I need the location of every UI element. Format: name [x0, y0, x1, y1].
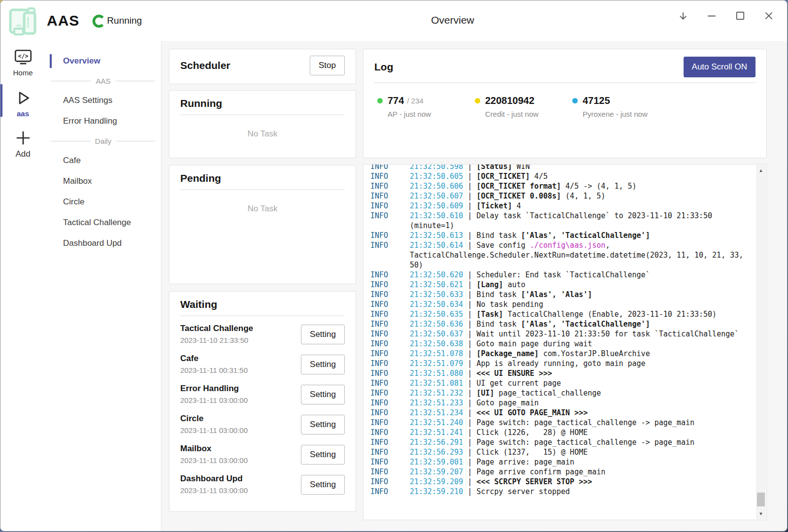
log-text-segment: TacticalChallenge (Enable, 2023-11-10 21…	[503, 310, 717, 319]
minimize-button[interactable]	[706, 10, 717, 21]
sidebar-section-aas: AAS	[45, 71, 161, 90]
log-level: INFO	[370, 447, 410, 457]
log-entry: INFO21:32:59.209 | <<< SCRCPY SERVER STO…	[370, 477, 752, 487]
log-level: INFO	[370, 359, 410, 368]
log-separator: |	[463, 349, 476, 358]
log-separator: |	[463, 164, 476, 171]
rail-item-home[interactable]: </> Home	[0, 49, 45, 77]
log-level: INFO	[370, 477, 410, 487]
scroll-down-arrow-icon[interactable]: ▼	[756, 509, 766, 518]
log-level: INFO	[370, 408, 410, 418]
log-message: 21:32:51.241 | Click (1226, 28) @ HOME	[410, 428, 752, 437]
log-message: 21:32:50.638 | Goto main page during wai…	[410, 339, 752, 349]
sidebar-item-tactical-challenge[interactable]: Tactical Challenge	[45, 212, 161, 233]
log-level: INFO	[370, 201, 410, 211]
maximize-button[interactable]	[735, 10, 746, 21]
log-separator: |	[463, 330, 476, 338]
app-name: AAS	[47, 12, 79, 29]
sidebar-item-label: Overview	[63, 56, 100, 66]
sidebar: OverviewAASAAS SettingsError HandlingDai…	[45, 41, 162, 531]
log-level: INFO	[370, 398, 410, 408]
scrollbar-thumb[interactable]	[757, 493, 765, 506]
log-timestamp: 21:32:50.633	[410, 290, 463, 299]
sidebar-item-dashboard-upd[interactable]: Dashboard Upd	[45, 233, 161, 254]
log-timestamp: 21:32:50.636	[410, 320, 463, 329]
rail-active-indicator	[0, 84, 2, 117]
task-name: Circle	[180, 413, 248, 425]
log-message: 21:32:50.610 | Delay task `TacticalChall…	[410, 211, 752, 231]
log-text-segment: 4	[512, 201, 521, 210]
sidebar-item-circle[interactable]: Circle	[45, 192, 161, 212]
auto-scroll-button[interactable]: Auto Scroll ON	[684, 57, 755, 77]
setting-button[interactable]: Setting	[301, 325, 345, 344]
log-message: 21:32:59.001 | Page arrive: page_main	[410, 457, 752, 467]
log-text-segment: WIN	[512, 164, 530, 171]
task-name: Tactical Challenge	[180, 323, 253, 334]
sidebar-item-cafe[interactable]: Cafe	[45, 150, 161, 171]
rail-item-add[interactable]: Add	[0, 129, 45, 159]
close-button[interactable]	[763, 10, 774, 21]
log-entry: INFO21:32:51.233 | Goto page_main	[370, 398, 752, 408]
running-title: Running	[180, 98, 222, 109]
sidebar-item-error-handling[interactable]: Error Handling	[45, 111, 161, 132]
stop-button[interactable]: Stop	[310, 56, 345, 75]
log-message: 21:32:50.621 | [Lang] auto	[410, 280, 752, 290]
divider-line	[51, 81, 91, 81]
log-text-segment: [Status]	[476, 164, 512, 171]
log-text-segment: Bind task	[476, 320, 521, 329]
task-next-run: 2023-11-11 03:00:00	[180, 455, 248, 466]
log-entry: INFO21:32:51.232 | [UI] page_tactical_ch…	[370, 388, 752, 398]
setting-button[interactable]: Setting	[301, 445, 345, 465]
log-timestamp: 21:32:59.210	[410, 487, 463, 496]
log-level: INFO	[370, 309, 410, 319]
rail-item-aas[interactable]: aas	[0, 89, 45, 118]
log-message: 21:32:50.598 | [Status] WIN	[410, 164, 752, 171]
setting-button[interactable]: Setting	[301, 385, 345, 404]
log-message: 21:32:50.614 | Save config ./config\aas.…	[410, 240, 752, 270]
log-timestamp: 21:32:51.080	[410, 369, 463, 378]
setting-button[interactable]: Setting	[301, 475, 345, 495]
log-message: 21:32:51.232 | [UI] page_tactical_challe…	[410, 388, 752, 398]
log-text-segment: Page arrive confirm page_main	[476, 467, 605, 476]
log-separator: |	[463, 320, 476, 329]
log-entry: INFO21:32:59.207 | Page arrive confirm p…	[370, 467, 752, 477]
plus-icon	[14, 129, 33, 147]
sidebar-item-aas-settings[interactable]: AAS Settings	[45, 90, 161, 111]
log-text-segment: [Ticket]	[476, 201, 512, 210]
log-separator: |	[463, 399, 476, 407]
log-timestamp: 21:32:51.232	[410, 389, 463, 398]
task-next-run: 2023-11-11 03:00:00	[180, 485, 248, 497]
log-entry: INFO21:32:50.620 | Scheduler: End task `…	[370, 270, 752, 280]
log-separator: |	[463, 270, 476, 279]
scroll-up-arrow-icon[interactable]: ▲	[756, 166, 766, 175]
sidebar-item-label: Error Handling	[63, 116, 117, 126]
log-text-segment: Scrcpy server stopped	[476, 487, 570, 496]
task-info: Error Handling2023-11-11 03:00:00	[180, 383, 248, 406]
log-separator: |	[463, 487, 476, 496]
log-level: INFO	[370, 164, 410, 171]
sidebar-item-mailbox[interactable]: Mailbox	[45, 171, 161, 192]
setting-button[interactable]: Setting	[301, 415, 345, 434]
arrow-down-button[interactable]	[678, 10, 689, 21]
log-text-segment: <<< UI ENSURE >>>	[476, 369, 552, 378]
log-separator: |	[463, 379, 476, 388]
log-text-segment: Click (1237, 15) @ HOME	[476, 448, 588, 457]
log-separator: |	[463, 418, 476, 427]
log-output[interactable]: INFO21:32:50.598 | [Status] WININFO21:32…	[370, 164, 752, 497]
log-timestamp: 21:32:50.634	[410, 300, 463, 309]
waiting-task-row: Circle2023-11-11 03:00:00Setting	[180, 409, 345, 439]
task-name: Mailbox	[180, 443, 248, 455]
main-content: Scheduler Stop Running No Task Pending N…	[162, 41, 787, 531]
log-level: INFO	[370, 467, 410, 477]
waiting-title: Waiting	[180, 299, 217, 310]
sidebar-item-label: Cafe	[63, 156, 81, 166]
log-level: INFO	[370, 329, 410, 339]
sidebar-item-overview[interactable]: Overview	[45, 51, 161, 71]
log-entry: INFO21:32:50.610 | Delay task `TacticalC…	[370, 211, 752, 231]
log-timestamp: 21:32:50.635	[410, 310, 463, 319]
waiting-task-row: Cafe2023-11-11 00:31:50Setting	[180, 349, 345, 379]
log-message: 21:32:50.609 | [Ticket] 4	[410, 201, 752, 211]
log-timestamp: 21:32:50.613	[410, 231, 463, 240]
log-scrollbar[interactable]: ▲ ▼	[756, 165, 766, 519]
setting-button[interactable]: Setting	[301, 355, 345, 374]
